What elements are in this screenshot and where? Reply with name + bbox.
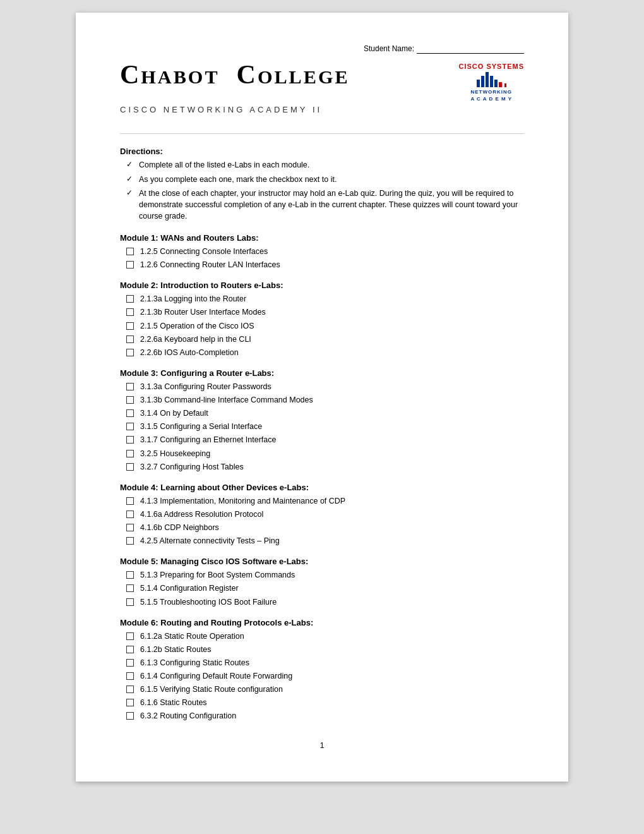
list-item: 2.1.3b Router User Interface Modes xyxy=(126,306,524,318)
college-title: CHABOT COLLEGE xyxy=(120,60,350,89)
list-item: 3.2.5 Housekeeping xyxy=(126,448,524,459)
student-name-line xyxy=(417,44,524,54)
directions-title: Directions: xyxy=(120,147,524,156)
list-item: 3.1.5 Configuring a Serial Interface xyxy=(126,421,524,432)
list-item: 5.1.4 Configuration Register xyxy=(126,583,524,594)
page-number: 1 xyxy=(120,741,524,750)
list-item: 5.1.5 Troubleshooting IOS Boot Failure xyxy=(126,596,524,608)
module-2-list: 2.1.3a Logging into the Router 2.1.3b Ro… xyxy=(120,293,524,358)
module-5: Module 5: Managing Cisco IOS Software e-… xyxy=(120,557,524,607)
list-item: 2.1.3a Logging into the Router xyxy=(126,293,524,305)
module-4-list: 4.1.3 Implementation, Monitoring and Mai… xyxy=(120,495,524,547)
student-name-label: Student Name: xyxy=(364,44,414,54)
module-4: Module 4: Learning about Other Devices e… xyxy=(120,483,524,547)
list-item: 6.1.6 Static Routes xyxy=(126,697,524,708)
list-item: 3.1.7 Configuring an Ethernet Interface xyxy=(126,434,524,445)
module-4-title: Module 4: Learning about Other Devices e… xyxy=(120,483,524,492)
header-main: CHABOT COLLEGE CISCO SYSTEMS NETWORKINGA… xyxy=(120,60,524,102)
module-3-title: Module 3: Configuring a Router e-Labs: xyxy=(120,368,524,378)
module-3: Module 3: Configuring a Router e-Labs: 3… xyxy=(120,368,524,473)
module-2-title: Module 2: Introduction to Routers e-Labs… xyxy=(120,281,524,290)
module-6-list: 6.1.2a Static Route Operation 6.1.2b Sta… xyxy=(120,631,524,722)
directions-list: Complete all of the listed e-Labs in eac… xyxy=(120,159,524,222)
module-1-list: 1.2.5 Connecting Console Interfaces 1.2.… xyxy=(120,246,524,270)
list-item: 2.2.6b IOS Auto-Completion xyxy=(126,347,524,358)
subtitle: CISCO NETWORKING ACADEMY II xyxy=(120,105,524,114)
list-item: 6.3.2 Routing Configuration xyxy=(126,710,524,722)
directions-item: Complete all of the listed e-Labs in eac… xyxy=(126,159,524,171)
list-item: 5.1.3 Preparing for Boot System Commands xyxy=(126,569,524,581)
module-6-title: Module 6: Routing and Routing Protocols … xyxy=(120,618,524,627)
list-item: 6.1.5 Verifying Static Route configurati… xyxy=(126,684,524,695)
list-item: 1.2.5 Connecting Console Interfaces xyxy=(126,246,524,257)
college-title-block: CHABOT COLLEGE xyxy=(120,60,350,89)
list-item: 3.1.4 On by Default xyxy=(126,408,524,419)
list-item: 3.2.7 Configuring Host Tables xyxy=(126,461,524,473)
list-item: 4.1.6b CDP Neighbors xyxy=(126,522,524,533)
cisco-logo: CISCO SYSTEMS NETWORKINGA C A D E M Y xyxy=(459,63,524,102)
list-item: 6.1.3 Configuring Static Routes xyxy=(126,657,524,668)
list-item: 4.1.6a Address Resolution Protocol xyxy=(126,509,524,520)
module-6: Module 6: Routing and Routing Protocols … xyxy=(120,618,524,722)
list-item: 3.1.3a Configuring Router Passwords xyxy=(126,381,524,392)
list-item: 4.2.5 Alternate connectivity Tests – Pin… xyxy=(126,535,524,547)
list-item: 4.1.3 Implementation, Monitoring and Mai… xyxy=(126,495,524,507)
list-item: 3.1.3b Command-line Interface Command Mo… xyxy=(126,394,524,406)
list-item: 2.1.5 Operation of the Cisco IOS xyxy=(126,320,524,332)
cisco-systems-text: CISCO SYSTEMS xyxy=(459,63,524,70)
list-item: 2.2.6a Keyboard help in the CLI xyxy=(126,334,524,345)
module-5-list: 5.1.3 Preparing for Boot System Commands… xyxy=(120,569,524,607)
list-item: 1.2.6 Connecting Router LAN Interfaces xyxy=(126,259,524,270)
module-2: Module 2: Introduction to Routers e-Labs… xyxy=(120,281,524,358)
list-item: 6.1.2b Static Routes xyxy=(126,644,524,655)
module-1: Module 1: WANs and Routers Labs: 1.2.5 C… xyxy=(120,233,524,270)
page: Student Name: CHABOT COLLEGE CISCO SYSTE… xyxy=(76,13,568,782)
directions-item: At the close of each chapter, your instr… xyxy=(126,188,524,222)
networking-academy-text: NETWORKINGA C A D E M Y xyxy=(459,88,524,102)
list-item: 6.1.2a Static Route Operation xyxy=(126,631,524,642)
divider xyxy=(120,133,524,134)
header-top: Student Name: xyxy=(120,44,524,54)
cisco-bars xyxy=(459,72,524,87)
directions-section: Directions: Complete all of the listed e… xyxy=(120,147,524,222)
module-1-title: Module 1: WANs and Routers Labs: xyxy=(120,233,524,243)
module-5-title: Module 5: Managing Cisco IOS Software e-… xyxy=(120,557,524,566)
module-3-list: 3.1.3a Configuring Router Passwords 3.1.… xyxy=(120,381,524,473)
list-item: 6.1.4 Configuring Default Route Forwardi… xyxy=(126,670,524,682)
directions-item: As you complete each one, mark the check… xyxy=(126,174,524,185)
